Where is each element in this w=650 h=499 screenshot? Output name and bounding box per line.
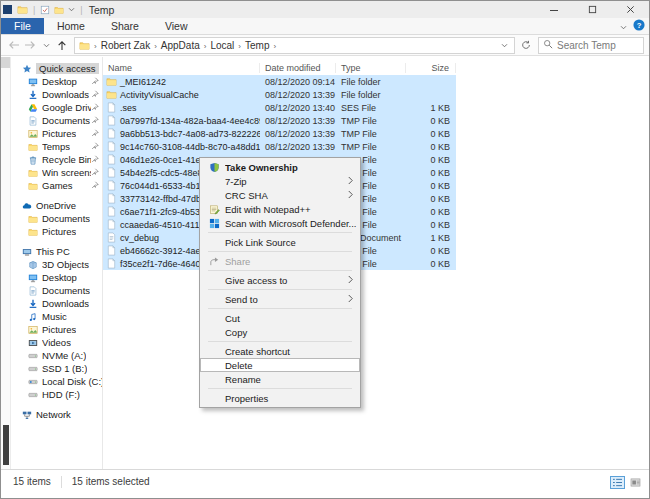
sidebar-item-quick-access[interactable]: Quick access xyxy=(11,62,102,75)
tab-view[interactable]: View xyxy=(152,18,201,34)
file-row[interactable]: ActivityVisualCache08/12/2020 13:39File … xyxy=(103,88,456,101)
sidebar-item-pictures[interactable]: Pictures xyxy=(11,323,102,336)
properties-icon[interactable] xyxy=(40,5,50,15)
tab-file[interactable]: File xyxy=(1,18,44,34)
cloud-icon xyxy=(21,201,33,211)
menu-item-properties[interactable]: Properties xyxy=(200,391,360,405)
sidebar-gap xyxy=(11,238,102,245)
forward-icon[interactable] xyxy=(22,37,38,53)
address-folder-icon xyxy=(79,40,90,51)
file-row[interactable]: 9a6bb513-bdc7-4a08-ad73-82222653dbd...08… xyxy=(103,127,456,140)
sidebar-item-downloads[interactable]: Downloads xyxy=(11,297,102,310)
scrollbar-thumb[interactable] xyxy=(3,425,9,465)
video-icon xyxy=(27,338,39,348)
sidebar-item-documents[interactable]: Documents xyxy=(11,284,102,297)
sidebar-item-games[interactable]: Games xyxy=(11,179,102,192)
menu-item-edit-with-notepad[interactable]: Edit with Notepad++ xyxy=(200,202,360,216)
file-row[interactable]: 0a7997fd-134a-482a-baa4-4ee4c8925930...0… xyxy=(103,114,456,127)
sidebar-item-3d-objects[interactable]: 3D Objects xyxy=(11,258,102,271)
share-icon xyxy=(203,256,225,267)
sidebar-item-videos[interactable]: Videos xyxy=(11,336,102,349)
column-header-size[interactable]: Size xyxy=(406,63,456,73)
menu-item-cut[interactable]: Cut xyxy=(200,311,360,325)
menu-item-label: Edit with Notepad++ xyxy=(225,204,357,215)
sidebar-item-recycle-bin[interactable]: Recycle Bin xyxy=(11,153,102,166)
sidebar-item-documents[interactable]: Documents xyxy=(11,114,102,127)
menu-item-scan-with-microsoft-defender[interactable]: Scan with Microsoft Defender... xyxy=(200,216,360,230)
file-row[interactable]: 9c14c760-3108-44db-8c70-a48dd142ab20...0… xyxy=(103,140,456,153)
breadcrumb-item[interactable]: Local xyxy=(208,40,236,51)
sidebar-item-this-pc[interactable]: This PC xyxy=(11,245,102,258)
menu-item-pick-link-source[interactable]: Pick Link Source xyxy=(200,235,360,249)
close-button[interactable] xyxy=(611,1,649,18)
breadcrumb-item[interactable]: Temp xyxy=(243,40,271,51)
sidebar-item-network[interactable]: Network xyxy=(11,408,102,421)
minimize-button[interactable] xyxy=(535,1,573,18)
breadcrumb-chevron-icon[interactable]: › xyxy=(92,42,99,51)
file-name: ActivityVisualCache xyxy=(120,90,199,100)
sidebar-item-google-drive[interactable]: Google Drive xyxy=(11,101,102,114)
sidebar-item-onedrive[interactable]: OneDrive xyxy=(11,199,102,212)
sidebar-item-ssd-1-b-[interactable]: SSD 1 (B:) xyxy=(11,362,102,375)
search-box[interactable]: Search Temp xyxy=(538,37,644,54)
menu-separator xyxy=(208,251,352,252)
maximize-button[interactable] xyxy=(573,1,611,18)
address-bar[interactable]: ›Robert Zak›AppData›Local›Temp› xyxy=(74,37,515,54)
new-folder-icon[interactable] xyxy=(54,5,64,15)
menu-item-label: Cut xyxy=(225,313,357,324)
sidebar-item-pictures[interactable]: Pictures xyxy=(11,127,102,140)
column-header-type[interactable]: Type xyxy=(336,63,406,73)
document-icon xyxy=(27,286,39,296)
menu-item-crc-sha[interactable]: CRC SHA xyxy=(200,188,360,202)
tab-share[interactable]: Share xyxy=(98,18,152,34)
details-view-icon[interactable] xyxy=(610,476,625,489)
scrollbar-up-arrow[interactable] xyxy=(1,57,10,68)
column-header-name[interactable]: Name^ xyxy=(103,63,260,73)
sidebar-item-temps[interactable]: Temps xyxy=(11,140,102,153)
file-name: 9a6bb513-bdc7-4a08-ad73-82222653dbd... xyxy=(120,129,260,139)
menu-item-take-ownership[interactable]: Take Ownership xyxy=(200,160,360,174)
sidebar-item-desktop[interactable]: Desktop xyxy=(11,271,102,284)
sidebar-item-desktop[interactable]: Desktop xyxy=(11,75,102,88)
menu-item-copy[interactable]: Copy xyxy=(200,325,360,339)
sidebar-item-music[interactable]: Music xyxy=(11,310,102,323)
breadcrumb-chevron-icon[interactable]: › xyxy=(152,42,159,51)
menu-item-delete[interactable]: Delete xyxy=(200,358,360,372)
minimize-ribbon-chevron-icon[interactable] xyxy=(620,20,627,32)
sidebar-item-pictures[interactable]: Pictures xyxy=(11,225,102,238)
file-row[interactable]: .ses08/12/2020 13:40SES File1 KB xyxy=(103,101,456,114)
file-row[interactable]: _MEI6124208/12/2020 09:14File folder xyxy=(103,75,456,88)
sidebar-item-downloads[interactable]: Downloads xyxy=(11,88,102,101)
sidebar-scrollbar[interactable] xyxy=(1,57,11,469)
tab-home[interactable]: Home xyxy=(44,18,98,34)
sidebar-item-hdd-f-[interactable]: HDD (F:) xyxy=(11,388,102,401)
customize-qat-chevron-icon[interactable] xyxy=(68,7,75,12)
menu-item-give-access-to[interactable]: Give access to xyxy=(200,273,360,287)
large-icons-view-icon[interactable] xyxy=(628,476,643,489)
menu-item-send-to[interactable]: Send to xyxy=(200,292,360,306)
sidebar-item-nvme-a-[interactable]: NVMe (A:) xyxy=(11,349,102,362)
refresh-icon[interactable] xyxy=(517,37,535,54)
recent-locations-chevron-icon[interactable] xyxy=(38,37,54,53)
file-size: 0 KB xyxy=(406,168,456,178)
sidebar-item-label: Documents xyxy=(42,213,90,224)
breadcrumb-chevron-icon[interactable]: › xyxy=(271,42,278,51)
menu-item-create-shortcut[interactable]: Create shortcut xyxy=(200,344,360,358)
address-dropdown-chevron-icon[interactable] xyxy=(496,37,512,53)
menu-separator xyxy=(208,308,352,309)
sidebar-item-local-disk-c-[interactable]: Local Disk (C:) xyxy=(11,375,102,388)
up-icon[interactable] xyxy=(54,37,70,53)
menu-item-7-zip[interactable]: 7-Zip xyxy=(200,174,360,188)
menu-item-label: Scan with Microsoft Defender... xyxy=(225,218,357,229)
menu-item-rename[interactable]: Rename xyxy=(200,372,360,386)
sidebar-item-documents[interactable]: Documents xyxy=(11,212,102,225)
column-header-date-modified[interactable]: Date modified xyxy=(260,63,336,73)
file-text-icon xyxy=(106,232,117,243)
back-icon[interactable] xyxy=(6,37,22,53)
sidebar-item-win-screenshots[interactable]: Win screenshots xyxy=(11,166,102,179)
menu-separator xyxy=(208,289,352,290)
help-icon[interactable]: ? xyxy=(633,19,645,33)
breadcrumb-item[interactable]: AppData xyxy=(159,40,202,51)
breadcrumb-chevron-icon[interactable]: › xyxy=(236,42,243,51)
breadcrumb-item[interactable]: Robert Zak xyxy=(99,40,152,51)
